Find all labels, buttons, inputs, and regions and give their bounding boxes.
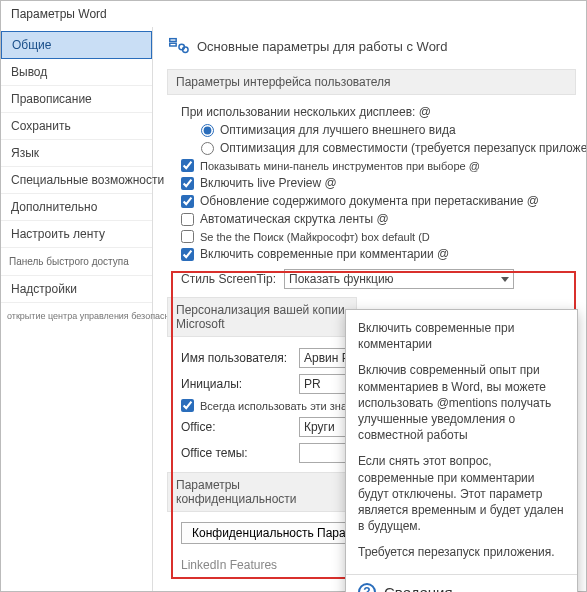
chk-modern-comments-row: Включить современные при комментарии @: [167, 245, 576, 263]
sidebar-item-proofing[interactable]: Правописание: [1, 86, 152, 113]
initials-label: Инициалы:: [181, 377, 291, 391]
sidebar-item-language[interactable]: Язык: [1, 140, 152, 167]
sidebar-item-addins[interactable]: Надстройки: [1, 276, 152, 303]
tooltip-body: Включить современные при комментарии Вкл…: [346, 310, 577, 574]
tooltip-footer-label: Сведения: [384, 584, 453, 592]
sidebar-item-save[interactable]: Сохранить: [1, 113, 152, 140]
tooltip-popup: Включить современные при комментарии Вкл…: [345, 309, 578, 592]
tooltip-title: Включить современные при комментарии: [358, 320, 565, 352]
chk-update-drag-label: Обновление содержимого документа при пер…: [200, 194, 539, 208]
chk-mini-toolbar-row: Показывать мини-панель инструментов при …: [167, 157, 576, 174]
chk-modern-comments[interactable]: [181, 248, 194, 261]
tooltip-p2: Включив современный опыт при комментарие…: [358, 362, 565, 443]
main-heading: Основные параметры для работы с Word: [197, 39, 447, 54]
chk-search-box-row: Se the the Поиск (Майкрософт) box defaul…: [167, 228, 576, 245]
section-ui-heading: Параметры интерфейса пользователя: [167, 69, 576, 95]
screentip-dropdown[interactable]: Показать функцию: [284, 269, 514, 289]
multi-display-label: При использовании нескольких дисплеев: @: [167, 103, 576, 121]
username-label: Имя пользователя:: [181, 351, 291, 365]
chk-mini-toolbar-label: Показывать мини-панель инструментов при …: [200, 160, 480, 172]
chk-search-box-label: Se the the Поиск (Майкрософт) box defaul…: [200, 231, 430, 243]
radio-optimize-compat-label: Оптимизация для совместимости (требуется…: [220, 141, 586, 155]
tooltip-footer[interactable]: ? Сведения: [346, 574, 577, 592]
chk-search-box[interactable]: [181, 230, 194, 243]
radio-optimize-appearance-label: Оптимизация для лучшего внешнего вида: [220, 123, 456, 137]
chk-modern-comments-label: Включить современные при комментарии @: [200, 247, 449, 261]
sidebar: Общие Вывод Правописание Сохранить Язык …: [1, 27, 153, 591]
chk-always-use-values[interactable]: [181, 399, 194, 412]
sidebar-item-general[interactable]: Общие: [1, 31, 152, 59]
sidebar-item-display[interactable]: Вывод: [1, 59, 152, 86]
radio-optimize-compat[interactable]: [201, 142, 214, 155]
screentip-label: Стиль ScreenTip:: [181, 272, 276, 286]
sidebar-item-accessibility[interactable]: Специальные возможности: [1, 167, 152, 194]
screentip-row: Стиль ScreenTip: Показать функцию: [167, 267, 576, 291]
chk-update-drag-row: Обновление содержимого документа при пер…: [167, 192, 576, 210]
screentip-value: Показать функцию: [289, 272, 394, 286]
chk-collapse-ribbon-label: Автоматическая скрутка ленты @: [200, 212, 389, 226]
chk-live-preview-row: Включить live Preview @: [167, 174, 576, 192]
section-personal-heading: Персонализация вашей копии Microsoft: [167, 297, 357, 337]
section-privacy-heading: Параметры конфиденциальности: [167, 472, 357, 512]
radio-optimize-appearance-row: Оптимизация для лучшего внешнего вида: [167, 121, 576, 139]
office-bg-label: Office:: [181, 420, 291, 434]
sidebar-item-trust-center[interactable]: открытие центра управления безопасности: [1, 303, 152, 329]
sidebar-item-advanced[interactable]: Дополнительно: [1, 194, 152, 221]
svg-rect-0: [170, 39, 176, 42]
office-bg-value: Круги: [304, 420, 335, 434]
sidebar-item-customize-ribbon[interactable]: Настроить ленту: [1, 221, 152, 248]
chk-collapse-ribbon-row: Автоматическая скрутка ленты @: [167, 210, 576, 228]
svg-rect-1: [170, 43, 176, 46]
window-title: Параметры Word: [1, 1, 586, 27]
radio-optimize-appearance[interactable]: [201, 124, 214, 137]
options-icon: [167, 35, 189, 57]
radio-optimize-compat-row: Оптимизация для совместимости (требуется…: [167, 139, 576, 157]
chk-mini-toolbar[interactable]: [181, 159, 194, 172]
chk-live-preview[interactable]: [181, 177, 194, 190]
chevron-down-icon: [501, 277, 509, 282]
chk-update-drag[interactable]: [181, 195, 194, 208]
tooltip-p3: Если снять этот вопрос, современные при …: [358, 453, 565, 534]
info-icon: ?: [358, 583, 376, 592]
office-theme-label: Office темы:: [181, 446, 291, 460]
chk-live-preview-label: Включить live Preview @: [200, 176, 337, 190]
sidebar-item-quick-access[interactable]: Панель быстрого доступа: [1, 248, 152, 276]
options-window: Параметры Word Общие Вывод Правописание …: [0, 0, 587, 592]
main-heading-row: Основные параметры для работы с Word: [167, 35, 576, 57]
tooltip-p4: Требуется перезапуск приложения.: [358, 544, 565, 560]
chk-collapse-ribbon[interactable]: [181, 213, 194, 226]
